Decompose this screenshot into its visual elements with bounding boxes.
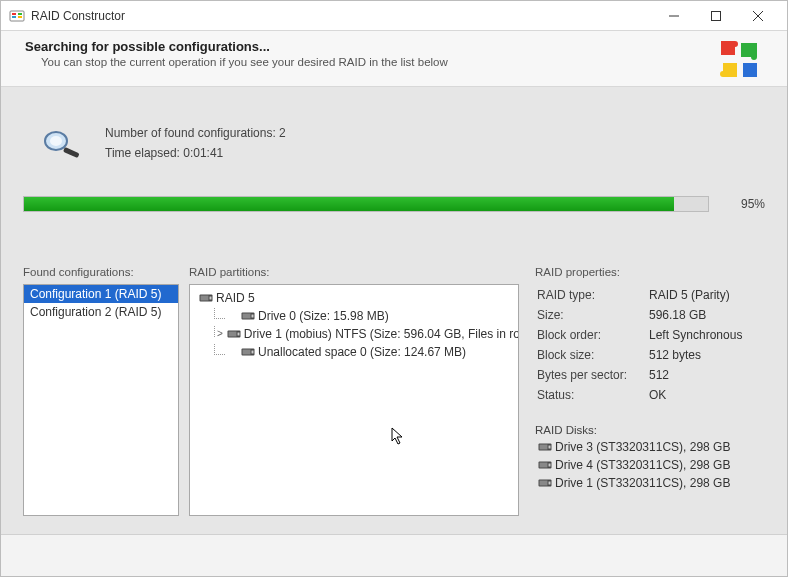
found-configs-title: Found configurations: [23, 266, 179, 278]
config-item[interactable]: Configuration 1 (RAID 5) [24, 285, 178, 303]
prop-val-order: Left Synchronous [649, 326, 763, 344]
tree-root[interactable]: RAID 5 [196, 289, 512, 307]
drive-icon [538, 478, 552, 488]
props-title: RAID properties: [535, 266, 765, 278]
svg-rect-19 [228, 331, 236, 336]
button-row [1, 534, 787, 576]
maximize-icon [711, 11, 721, 21]
prop-val-status: OK [649, 386, 763, 404]
disks-list: Drive 3 (ST3320311CS), 298 GBDrive 4 (ST… [535, 436, 765, 490]
tree-item[interactable]: Unallocated space 0 (Size: 124.67 MB) [196, 343, 512, 361]
close-button[interactable] [737, 2, 779, 30]
prop-key-size: Size: [537, 306, 647, 324]
svg-point-10 [50, 136, 62, 146]
prop-key-order: Block order: [537, 326, 647, 344]
drive-icon [538, 442, 552, 452]
svg-rect-4 [18, 16, 22, 18]
window-title: RAID Constructor [31, 9, 653, 23]
svg-rect-17 [252, 314, 254, 317]
svg-rect-16 [243, 313, 251, 318]
tree-item[interactable]: Drive 0 (Size: 15.98 MB) [196, 307, 512, 325]
drive-icon [241, 311, 255, 321]
found-count-text: Number of found configurations: 2 [105, 123, 286, 143]
drive-icon [538, 460, 552, 470]
minimize-button[interactable] [653, 2, 695, 30]
header: Searching for possible configurations...… [1, 31, 787, 87]
svg-rect-13 [201, 295, 209, 300]
progress-row: 95% [23, 188, 765, 218]
drive-icon [199, 293, 213, 303]
maximize-button[interactable] [695, 2, 737, 30]
header-subtitle: You can stop the current operation if yo… [41, 56, 719, 68]
minimize-icon [669, 11, 679, 21]
svg-rect-29 [549, 463, 551, 466]
drive-icon [241, 347, 255, 357]
svg-rect-22 [243, 349, 251, 354]
svg-rect-20 [237, 332, 239, 335]
prop-key-type: RAID type: [537, 286, 647, 304]
disk-item: Drive 4 (ST3320311CS), 298 GB [535, 458, 765, 472]
drive-icon [227, 329, 241, 339]
prop-val-bps: 512 [649, 366, 763, 384]
svg-rect-6 [712, 11, 721, 20]
prop-key-status: Status: [537, 386, 647, 404]
progress-bar [23, 196, 709, 212]
disks-title: RAID Disks: [535, 424, 765, 436]
prop-val-size: 596.18 GB [649, 306, 763, 324]
disk-item: Drive 1 (ST3320311CS), 298 GB [535, 476, 765, 490]
prop-val-bsize: 512 bytes [649, 346, 763, 364]
svg-rect-1 [12, 13, 16, 15]
app-icon [9, 8, 25, 24]
svg-rect-2 [12, 16, 16, 18]
svg-rect-28 [540, 462, 548, 467]
svg-rect-31 [540, 480, 548, 485]
header-title: Searching for possible configurations... [25, 39, 719, 54]
tree-item[interactable]: >Drive 1 (mobius) NTFS (Size: 596.04 GB,… [196, 325, 512, 343]
titlebar: RAID Constructor [1, 1, 787, 31]
svg-rect-25 [540, 444, 548, 449]
prop-key-bsize: Block size: [537, 346, 647, 364]
svg-rect-32 [549, 481, 551, 484]
partitions-title: RAID partitions: [189, 266, 519, 278]
raid-constructor-window: RAID Constructor Searching for possible … [0, 0, 788, 577]
partitions-tree[interactable]: RAID 5Drive 0 (Size: 15.98 MB)>Drive 1 (… [189, 284, 519, 516]
close-icon [753, 11, 763, 21]
svg-rect-14 [210, 296, 212, 299]
magnifier-icon [41, 128, 85, 158]
config-item[interactable]: Configuration 2 (RAID 5) [24, 303, 178, 321]
svg-rect-26 [549, 445, 551, 448]
disk-item: Drive 3 (ST3320311CS), 298 GB [535, 440, 765, 454]
puzzle-icon [719, 39, 763, 83]
progress-fill [24, 197, 674, 211]
progress-percent: 95% [725, 197, 765, 211]
prop-key-bps: Bytes per sector: [537, 366, 647, 384]
results-columns: Found configurations: Configuration 1 (R… [23, 266, 765, 516]
prop-val-type: RAID 5 (Parity) [649, 286, 763, 304]
found-configs-list[interactable]: Configuration 1 (RAID 5)Configuration 2 … [23, 284, 179, 516]
time-elapsed-text: Time elapsed: 0:01:41 [105, 143, 286, 163]
svg-rect-3 [18, 13, 22, 15]
status-block: Number of found configurations: 2 Time e… [23, 87, 765, 188]
expand-icon[interactable]: > [217, 325, 223, 343]
svg-rect-23 [252, 350, 254, 353]
svg-rect-11 [63, 147, 80, 158]
props-table: RAID type:RAID 5 (Parity) Size:596.18 GB… [535, 284, 765, 406]
